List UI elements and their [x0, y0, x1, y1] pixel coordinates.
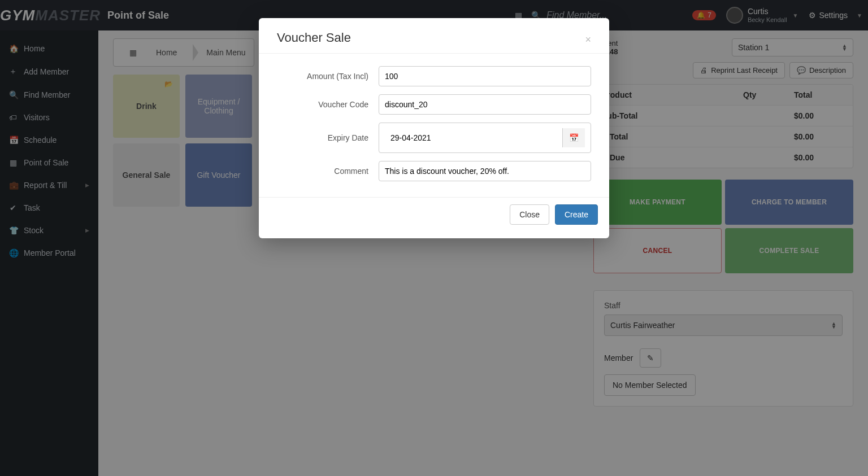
amount-input[interactable] — [379, 66, 591, 86]
voucher-code-input[interactable] — [379, 94, 591, 115]
modal-title: Voucher Sale — [277, 30, 591, 45]
close-button[interactable]: Close — [510, 204, 549, 225]
comment-label: Comment — [277, 167, 379, 176]
voucher-sale-modal: Voucher Sale × Amount (Tax Incl) Voucher… — [259, 18, 609, 238]
close-icon[interactable]: × — [585, 34, 591, 46]
comment-input[interactable] — [379, 161, 591, 181]
create-button[interactable]: Create — [555, 204, 598, 225]
amount-label: Amount (Tax Incl) — [277, 72, 379, 81]
modal-overlay[interactable]: Voucher Sale × Amount (Tax Incl) Voucher… — [0, 0, 868, 476]
expiry-date-input[interactable] — [385, 128, 562, 147]
calendar-icon: 📅 — [569, 133, 579, 142]
calendar-button[interactable]: 📅 — [562, 128, 585, 147]
expiry-date-label: Expiry Date — [277, 133, 379, 142]
voucher-code-label: Voucher Code — [277, 100, 379, 109]
